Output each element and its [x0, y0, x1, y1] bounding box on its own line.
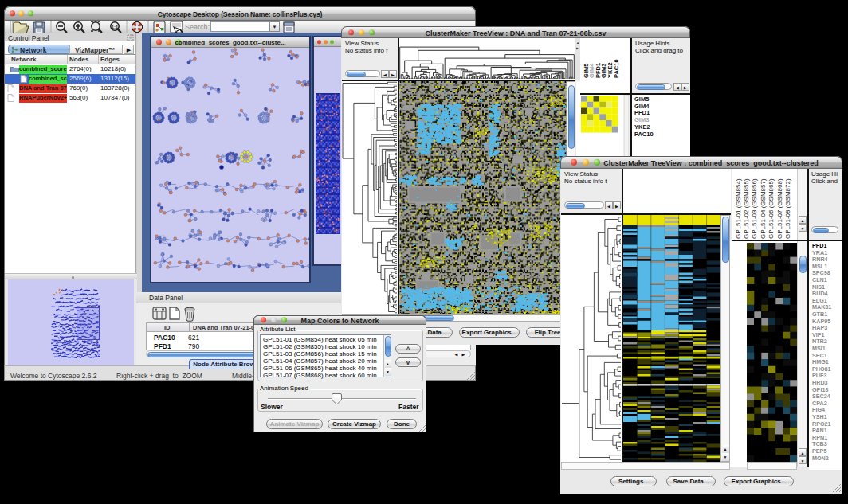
svg-text:GPL51-08 (GSM872): GPL51-08 (GSM872): [784, 178, 791, 239]
svg-text:GPL51-03 (GSM856): GPL51-03 (GSM856): [751, 178, 758, 239]
svg-text:GPL51-04 (GSM857): GPL51-04 (GSM857): [760, 178, 767, 239]
svg-text:GPL51-07 (GSM868): GPL51-07 (GSM868): [776, 178, 783, 239]
svg-text:GPL51-06 (GSM865): GPL51-06 (GSM865): [768, 178, 775, 239]
svg-text:PAC10: PAC10: [613, 59, 620, 78]
svg-text:GPL51-02 (GSM855): GPL51-02 (GSM855): [743, 178, 750, 239]
svg-text:1:1: 1:1: [112, 25, 119, 29]
svg-text:GPL51-01 (GSM854): GPL51-01 (GSM854): [735, 178, 742, 239]
